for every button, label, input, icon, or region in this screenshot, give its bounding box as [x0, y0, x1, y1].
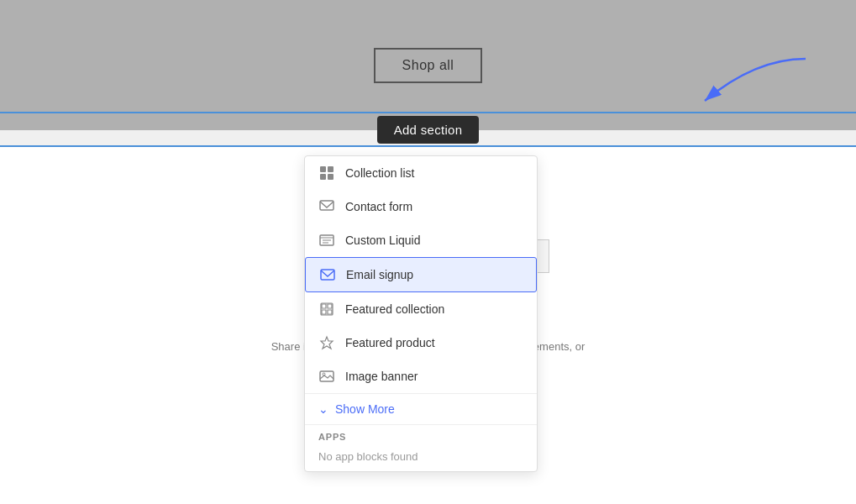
menu-item-featured-collection[interactable]: Featured collection	[305, 292, 537, 326]
menu-item-featured-product[interactable]: Featured product	[305, 326, 537, 360]
menu-item-contact-form[interactable]: Contact form	[305, 190, 537, 223]
svg-rect-1	[320, 166, 326, 172]
menu-item-custom-liquid[interactable]: Custom Liquid	[305, 223, 537, 257]
svg-rect-11	[321, 303, 333, 315]
add-section-bar: Add section	[0, 112, 856, 147]
svg-marker-12	[321, 337, 333, 349]
featured-collection-icon	[318, 301, 335, 318]
svg-rect-10	[321, 270, 334, 280]
svg-rect-3	[328, 166, 333, 172]
chevron-down-icon: ⌄	[318, 402, 328, 416]
no-apps-text: No app blocks found	[305, 445, 537, 471]
email-icon	[319, 266, 336, 283]
shop-all-section: Shop all	[0, 0, 856, 130]
apps-section-label: APPS	[305, 425, 537, 445]
liquid-icon	[318, 232, 335, 249]
menu-item-email-signup-label: Email signup	[346, 268, 413, 281]
menu-item-custom-liquid-label: Custom Liquid	[345, 234, 421, 247]
svg-rect-2	[320, 174, 326, 180]
collection-icon	[318, 165, 335, 181]
svg-point-14	[323, 373, 325, 375]
add-section-dropdown: Collection list Contact form Custom Liqu…	[304, 155, 538, 472]
arrow-indicator	[621, 50, 814, 118]
menu-item-featured-product-label: Featured product	[345, 336, 435, 349]
contact-icon	[318, 198, 335, 215]
menu-item-image-banner-label: Image banner	[345, 370, 417, 383]
menu-item-contact-form-label: Contact form	[345, 200, 412, 213]
menu-item-image-banner[interactable]: Image banner	[305, 360, 537, 393]
menu-item-collection-list[interactable]: Collection list	[305, 156, 537, 190]
svg-rect-4	[328, 174, 333, 180]
menu-item-featured-collection-label: Featured collection	[345, 302, 444, 316]
menu-item-email-signup[interactable]: Email signup	[305, 257, 537, 292]
show-more-button[interactable]: ⌄ Show More	[305, 394, 537, 424]
shop-all-button[interactable]: Shop all	[374, 48, 483, 83]
add-section-button[interactable]: Add section	[377, 116, 480, 144]
menu-item-collection-list-label: Collection list	[345, 166, 414, 180]
image-banner-icon	[318, 368, 335, 385]
featured-product-icon	[318, 334, 335, 351]
show-more-label: Show More	[335, 402, 395, 416]
svg-rect-5	[320, 201, 333, 210]
